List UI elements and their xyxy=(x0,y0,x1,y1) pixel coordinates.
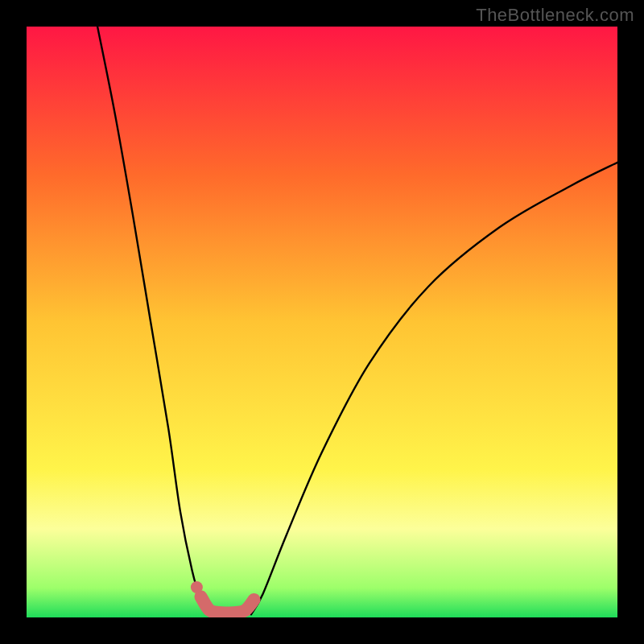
curve-right-branch xyxy=(251,163,617,615)
curve-left-branch xyxy=(97,27,209,614)
plot-area xyxy=(27,27,617,617)
svg-point-1 xyxy=(191,581,203,593)
trough-dots xyxy=(191,581,254,613)
bottleneck-curve xyxy=(27,27,617,617)
chart-frame: TheBottleneck.com xyxy=(0,0,644,644)
watermark-text: TheBottleneck.com xyxy=(476,5,634,26)
